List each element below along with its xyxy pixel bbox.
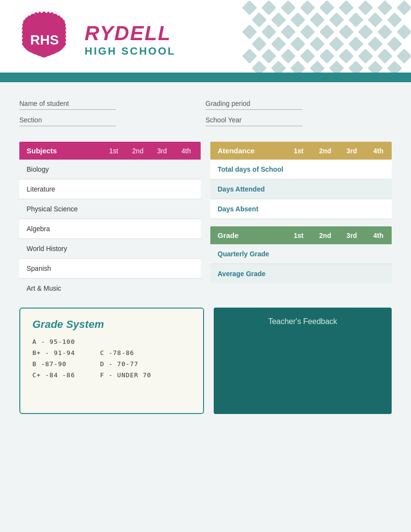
svg-rect-41 <box>358 48 373 63</box>
school-name-block: RYDELL HIGH SCHOOL <box>85 22 176 58</box>
grading-period-field: Grading period <box>206 99 392 110</box>
attendance-col-2nd: 2nd <box>312 147 338 155</box>
section-field: Section <box>19 116 206 126</box>
grade-scale-b: B -87-90 <box>32 360 90 368</box>
svg-rect-13 <box>309 12 324 27</box>
attendance-col-3rd: 3rd <box>338 147 365 155</box>
grade-scale-bplus: B+ - 91-94 <box>32 349 90 356</box>
svg-rect-7 <box>358 0 373 15</box>
svg-rect-31 <box>329 36 344 51</box>
subject-art-music: Art & Music <box>27 284 193 292</box>
info-left: Name of student Section <box>19 99 206 132</box>
subject-biology: Biology <box>27 165 193 173</box>
svg-rect-39 <box>319 48 334 63</box>
school-year-field: School Year <box>206 116 392 126</box>
grade-col-4th: 4th <box>365 232 392 239</box>
svg-rect-19 <box>261 24 276 39</box>
svg-rect-12 <box>290 12 305 27</box>
svg-rect-43 <box>396 48 411 63</box>
svg-rect-21 <box>300 24 315 39</box>
grade-table-header: Grade 1st 2nd 3rd 4th <box>210 226 392 244</box>
name-of-student-field: Name of student <box>19 99 206 110</box>
svg-rect-32 <box>348 36 363 51</box>
attendance-row-total-days: Total days of School <box>210 160 392 179</box>
subjects-header-label: Subjects <box>27 147 106 155</box>
grade-row-quarterly: Quarterly Grade <box>210 244 392 264</box>
svg-rect-2 <box>261 0 276 15</box>
svg-rect-5 <box>319 0 334 15</box>
school-year-label: School Year <box>206 116 302 126</box>
svg-rect-29 <box>290 36 305 51</box>
attendance-row-days-attended: Days Attended <box>210 179 392 199</box>
svg-rect-18 <box>242 24 257 39</box>
svg-rect-6 <box>338 0 353 15</box>
teacher-feedback-box: Teacher's Feedback <box>214 308 392 414</box>
grade-col-1st: 1st <box>285 232 312 239</box>
svg-rect-34 <box>387 36 402 51</box>
subjects-col-4th: 4th <box>179 147 193 155</box>
section-label: Section <box>19 116 116 126</box>
subject-row-spanish: Spanish <box>19 259 201 279</box>
days-attended-label: Days Attended <box>218 185 384 193</box>
svg-rect-26 <box>396 24 411 39</box>
grade-scale-f: F - UNDER 70 <box>100 371 158 379</box>
subject-row-physical-science: Physical Science <box>19 199 201 219</box>
svg-rect-1 <box>242 0 257 15</box>
total-days-label: Total days of School <box>218 165 384 173</box>
school-name-subtitle: HIGH SCHOOL <box>85 45 176 58</box>
school-name-main: RYDELL <box>85 22 176 45</box>
quarterly-grade-label: Quarterly Grade <box>218 250 384 258</box>
subject-row-biology: Biology <box>19 160 201 179</box>
svg-rect-40 <box>338 48 353 63</box>
svg-rect-25 <box>377 24 392 39</box>
svg-rect-15 <box>348 12 363 27</box>
grade-scale-a: A - 95-100 <box>32 338 90 345</box>
svg-rect-9 <box>396 0 411 15</box>
svg-rect-28 <box>271 36 286 51</box>
subject-row-world-history: World History <box>19 239 201 259</box>
subject-row-art-music: Art & Music <box>19 279 201 298</box>
grade-scale-row-b-plus-c: B+ - 91-94 C -78-86 <box>32 349 191 356</box>
svg-rect-14 <box>329 12 344 27</box>
content-columns: Subjects 1st 2nd 3rd 4th Biology Literat… <box>19 142 392 298</box>
svg-rect-16 <box>367 12 382 27</box>
svg-rect-4 <box>300 0 315 15</box>
svg-rect-8 <box>377 0 392 15</box>
svg-rect-30 <box>309 36 324 51</box>
grading-period-label: Grading period <box>206 100 302 110</box>
grade-col-3rd: 3rd <box>338 232 365 239</box>
student-info-row: Name of student Section Grading period S… <box>19 92 392 142</box>
svg-rect-10 <box>251 12 266 27</box>
subject-row-literature: Literature <box>19 179 201 199</box>
days-absent-label: Days Absent <box>218 205 384 213</box>
svg-rect-33 <box>367 36 382 51</box>
svg-rect-17 <box>387 12 402 27</box>
subject-world-history: World History <box>27 245 193 252</box>
attendance-col-4th: 4th <box>365 147 392 155</box>
average-grade-label: Average Grade <box>218 270 384 278</box>
grade-scale-row-b-d: B -87-90 D - 70-77 <box>32 360 191 368</box>
header-teal-bar <box>0 73 411 82</box>
attendance-row-days-absent: Days Absent <box>210 199 392 219</box>
svg-rect-36 <box>261 48 276 63</box>
subject-physical-science: Physical Science <box>27 205 193 213</box>
right-column: Atendance 1st 2nd 3rd 4th Total days of … <box>210 142 392 298</box>
bottom-row: Grade System A - 95-100 B+ - 91-94 C -78… <box>19 308 392 414</box>
subject-algebra: Algebra <box>27 225 193 233</box>
grade-scale-row-cplus-f: C+ -84 -86 F - UNDER 70 <box>32 371 191 379</box>
grade-scale-row-a: A - 95-100 <box>32 338 191 345</box>
subjects-column: Subjects 1st 2nd 3rd 4th Biology Literat… <box>19 142 201 298</box>
svg-rect-11 <box>271 12 286 27</box>
svg-rect-42 <box>377 48 392 63</box>
svg-rect-20 <box>280 24 295 39</box>
main-content: Name of student Section Grading period S… <box>0 82 411 532</box>
svg-rect-3 <box>280 0 295 15</box>
svg-rect-22 <box>319 24 334 39</box>
subject-spanish: Spanish <box>27 265 193 272</box>
grade-scale-cplus: C+ -84 -86 <box>32 371 90 379</box>
grade-col-2nd: 2nd <box>312 232 338 239</box>
header: RHS RYDELL HIGH SCHOOL <box>0 0 411 82</box>
subject-literature: Literature <box>27 185 193 193</box>
svg-rect-38 <box>300 48 315 63</box>
svg-rect-24 <box>358 24 373 39</box>
